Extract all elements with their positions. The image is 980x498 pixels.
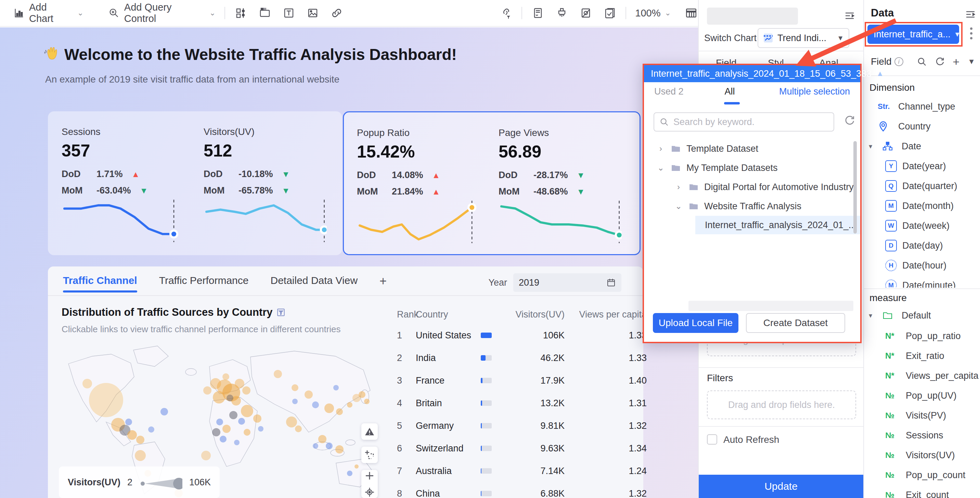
tree-item-selected-dataset[interactable]: Internet_traffic_analysis_2024_01_... (695, 216, 860, 234)
chevron-down-icon[interactable]: ▼ (968, 57, 975, 66)
clean-brush-icon[interactable] (555, 6, 569, 20)
widget-control-icon[interactable] (234, 6, 248, 20)
field-item-views-per-capita[interactable]: N* Views_per_capita (864, 366, 980, 386)
link-icon[interactable] (330, 6, 344, 20)
mom-label: MoM (498, 186, 525, 197)
field-item-country[interactable]: Country (864, 117, 980, 136)
table-row[interactable]: 6 Switzerland 9.63K 1.34 (397, 437, 647, 460)
field-item-date-month[interactable]: M Date(month) (864, 196, 980, 216)
field-item-date-hour[interactable]: H Date(hour) (864, 255, 980, 275)
tab-container-icon[interactable] (258, 6, 272, 20)
table-row[interactable]: 8 China 6.88K 1.32 (397, 482, 647, 498)
caret-down-icon[interactable]: ▾ (869, 311, 877, 319)
table-row[interactable]: 2 India 46.2K 1.33 (397, 346, 647, 369)
field-item-exit-count[interactable]: № Exit_count (864, 485, 980, 498)
tree-item-digital-portal[interactable]: › Digital Portal for Automotive Industry (644, 177, 860, 196)
dod-label: DoD (357, 170, 383, 180)
panel-divider (864, 288, 980, 289)
map-zoom-controls[interactable] (361, 470, 378, 498)
cell-country-link[interactable]: United States (416, 330, 481, 341)
cell-country-link[interactable]: Australia (416, 466, 481, 476)
field-item-date-day[interactable]: D Date(day) (864, 236, 980, 255)
tab-traffic-channel[interactable]: Traffic Channel (63, 275, 137, 292)
table-row[interactable]: 3 France 17.9K 1.40 (397, 369, 647, 392)
field-item-channel-type[interactable]: Str. Channel_type (864, 97, 980, 117)
add-field-icon[interactable]: + (953, 57, 959, 67)
tree-item-template-dataset[interactable]: › Template Dataset (644, 139, 860, 158)
kpi-card-left[interactable]: Sessions 357 DoD 1.71% ▲ MoM -63.04% ▼ V… (48, 111, 342, 255)
cell-country-link[interactable]: China (416, 488, 481, 498)
text-widget-icon[interactable] (282, 6, 296, 20)
cell-country-link[interactable]: Germany (416, 421, 481, 431)
cell-country-link[interactable]: Britain (416, 398, 481, 409)
zoom-level-select[interactable]: 100% ⌄ (635, 8, 671, 19)
dataset-search-box[interactable] (654, 112, 834, 131)
collapse-panel-icon[interactable] (844, 10, 856, 22)
caret-right-icon[interactable]: › (656, 144, 665, 153)
checklist-icon[interactable] (603, 6, 617, 20)
popup-header[interactable]: Internet_traffic_analysis_2024_01_18_15_… (644, 65, 860, 82)
dataset-selector-button[interactable]: Internet_traffic_a... ▼ (867, 25, 959, 44)
more-options-icon[interactable] (970, 27, 972, 39)
note-icon[interactable] (531, 6, 545, 20)
field-item-sessions[interactable]: № Sessions (864, 425, 980, 445)
add-tab-button[interactable]: + (379, 274, 387, 293)
image-widget-icon[interactable] (306, 6, 320, 20)
field-item-pop-up-count[interactable]: № Pop_up_count (864, 465, 980, 485)
field-item-pop-up-ratio[interactable]: N* Pop_up_ratio (864, 326, 980, 346)
field-item-pop-up-uv[interactable]: № Pop_up(UV) (864, 386, 980, 405)
field-item-date-year[interactable]: Y Date(year) (864, 156, 980, 176)
year-select[interactable]: 2019 (513, 273, 621, 292)
measure-folder-default[interactable]: ▾ Default (864, 305, 980, 326)
collapse-panel-icon[interactable] (965, 9, 976, 21)
field-item-date-quarter[interactable]: Q Date(quarter) (864, 176, 980, 196)
search-input[interactable] (673, 117, 828, 128)
caret-right-icon[interactable]: › (674, 182, 683, 192)
refresh-icon[interactable] (935, 57, 944, 67)
cell-country-link[interactable]: India (416, 353, 481, 363)
filters-drop-zone[interactable]: Drag and drop fields here. (707, 391, 856, 419)
table-row[interactable]: 5 Germany 9.81K 1.32 (397, 415, 647, 437)
multiple-selection-link[interactable]: Multiple selection (779, 86, 850, 97)
filter-icon[interactable] (277, 308, 285, 316)
field-item-visits-pv[interactable]: № Visits(PV) (864, 405, 980, 425)
table-row[interactable]: 4 Britain 13.2K 1.31 (397, 392, 647, 415)
field-item-visitors-uv[interactable]: № Visitors(UV) (864, 445, 980, 465)
batch-link-icon[interactable] (499, 6, 513, 20)
table-row[interactable]: 1 United States 106K 1.33 (397, 324, 647, 346)
caret-up-icon[interactable]: ▲ (876, 69, 884, 78)
update-button[interactable]: Update (699, 475, 863, 498)
map-warning-button[interactable] (361, 423, 378, 440)
table-row[interactable]: 7 Australia 7.14K 1.24 (397, 460, 647, 482)
tree-item-website-traffic-analysis[interactable]: ⌄ Website Traffic Analysis (644, 196, 860, 216)
field-item-date-minute[interactable]: M Date(minute) (864, 275, 980, 288)
cell-country-link[interactable]: Switzerland (416, 443, 481, 454)
tab-all[interactable]: All (725, 86, 735, 97)
tab-used[interactable]: Used 2 (654, 86, 684, 97)
add-query-control-button[interactable]: Add Query Control ⌄ (107, 2, 216, 24)
field-item-date-week[interactable]: W Date(week) (864, 216, 980, 236)
info-icon[interactable]: i (894, 57, 904, 66)
refresh-icon[interactable] (844, 115, 855, 126)
cell-country-link[interactable]: France (416, 375, 481, 386)
kpi-value: 512 (204, 141, 232, 161)
map-area-select-button[interactable] (361, 447, 378, 463)
hide-preview-icon[interactable] (579, 6, 593, 20)
auto-refresh-checkbox[interactable] (707, 434, 717, 445)
field-item-exit-ratio[interactable]: N* Exit_ratio (864, 346, 980, 366)
caret-down-icon[interactable]: ⌄ (674, 201, 683, 211)
create-dataset-button[interactable]: Create Dataset (746, 313, 845, 333)
tree-item-my-template-datasets[interactable]: ⌄ My Template Datasets (644, 158, 860, 177)
tab-detailed-data-view[interactable]: Detailed Data View (270, 275, 358, 292)
grid-table-icon[interactable] (684, 6, 698, 20)
caret-down-icon[interactable]: ▾ (869, 142, 877, 150)
field-item-date-group[interactable]: ▾ Date (864, 136, 980, 156)
add-chart-button[interactable]: Add Chart ⌄ (12, 2, 84, 24)
switch-chart-select[interactable]: Trend Indi... ▼ (757, 28, 849, 48)
upload-local-file-button[interactable]: Upload Local File (653, 313, 738, 333)
scrollbar-thumb[interactable] (853, 141, 857, 234)
kpi-card-right-selected[interactable]: Popup Ratio 15.42% DoD 14.08% ▲ MoM 21.8… (343, 111, 641, 255)
caret-down-icon[interactable]: ⌄ (656, 163, 665, 172)
search-icon[interactable] (917, 57, 927, 67)
tab-traffic-performance[interactable]: Traffic Performance (159, 275, 249, 292)
